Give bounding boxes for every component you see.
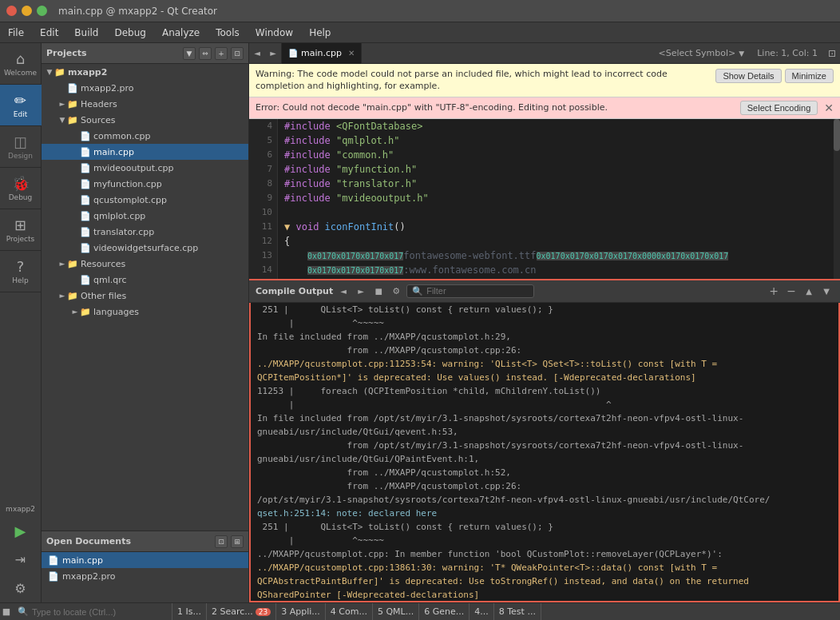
pro-file-icon: 📄 bbox=[67, 83, 78, 93]
show-details-btn[interactable]: Show Details bbox=[715, 69, 781, 83]
tree-item-qmlplot[interactable]: 📄 qmlplot.cpp bbox=[42, 208, 248, 224]
sidebar-edit-btn[interactable]: ✏ Edit bbox=[0, 85, 42, 126]
sidebar-help-btn[interactable]: ? Help bbox=[0, 251, 42, 292]
tree-item-languages[interactable]: ► 📁 languages bbox=[42, 304, 248, 320]
error-close-btn[interactable]: ✕ bbox=[824, 101, 834, 114]
code-line-14: 0x0170x0170x0170x017:www.fontawesome.com… bbox=[284, 263, 827, 277]
tree-item-mvideooutput[interactable]: 📄 mvideooutput.cpp bbox=[42, 160, 248, 176]
compile-filter-box[interactable]: 🔍 bbox=[406, 284, 534, 298]
tree-item-translator[interactable]: 📄 translator.cpp bbox=[42, 224, 248, 240]
menu-debug[interactable]: Debug bbox=[106, 24, 153, 42]
compile-remove-btn[interactable]: − bbox=[784, 284, 798, 298]
warning-text: Warning: The code model could not parse … bbox=[256, 68, 709, 93]
status-tab-3[interactable]: 3 Appli... bbox=[276, 603, 326, 621]
tree-item-myfunction[interactable]: 📄 myfunction.cpp bbox=[42, 176, 248, 192]
compile-line-20: ../MXAPP/qcustomplot.cpp:13861:30: warni… bbox=[251, 561, 838, 574]
status-search-input[interactable] bbox=[32, 607, 160, 617]
code-line-12: { bbox=[284, 234, 827, 248]
open-doc-mxapp2pro[interactable]: 📄 mxapp2.pro bbox=[42, 568, 248, 584]
status-tab-1[interactable]: 1 Is... bbox=[172, 603, 207, 621]
open-docs-title: Open Documents bbox=[46, 536, 212, 546]
open-docs-btn1[interactable]: ⊡ bbox=[215, 535, 228, 548]
compile-output-content[interactable]: 251 | QList<T> toList() const { return v… bbox=[249, 303, 840, 602]
tree-item-qcustomplot[interactable]: 📄 qcustomplot.cpp bbox=[42, 192, 248, 208]
compile-line-1: 251 | QList<T> toList() const { return v… bbox=[251, 303, 838, 316]
compile-collapse-btn[interactable]: ▼ bbox=[819, 284, 834, 298]
tree-item-resources[interactable]: ► 📁 Resources bbox=[42, 256, 248, 272]
debug-run-btn[interactable]: ▶ bbox=[0, 516, 42, 545]
compile-expand2-btn[interactable]: ▲ bbox=[802, 284, 816, 298]
editor-expand-btn[interactable]: ⊡ bbox=[824, 43, 840, 64]
status-tab-8[interactable]: 8 Test ... bbox=[494, 603, 541, 621]
select-encoding-btn[interactable]: Select Encoding bbox=[740, 101, 818, 115]
editor-scrollbar[interactable] bbox=[834, 119, 840, 279]
sidebar-debug-btn[interactable]: 🐞 Debug bbox=[0, 168, 42, 209]
menu-build[interactable]: Build bbox=[66, 24, 106, 42]
sidebar-welcome-btn[interactable]: ⌂ ⌂ Welcome bbox=[0, 43, 42, 85]
tree-label-sources: Sources bbox=[81, 115, 116, 125]
menu-analyze[interactable]: Analyze bbox=[154, 24, 208, 42]
minimize-btn[interactable]: Minimize bbox=[785, 69, 834, 83]
status-tab-2-badge: 23 bbox=[256, 608, 271, 616]
projects-icon: ⊞ bbox=[14, 217, 26, 233]
close-btn[interactable] bbox=[6, 6, 17, 16]
status-tab-2[interactable]: 2 Searc... 23 bbox=[207, 603, 276, 621]
editor-scrollbar-thumb[interactable] bbox=[834, 119, 840, 151]
tree-item-headers[interactable]: ► 📁 Headers bbox=[42, 96, 248, 112]
status-tab-6-label: 6 Gene... bbox=[424, 606, 464, 617]
tree-item-mxapp2pro[interactable]: 📄 mxapp2.pro bbox=[42, 80, 248, 96]
tab-close-btn[interactable]: ✕ bbox=[348, 49, 355, 58]
status-search-box[interactable]: 🔍 bbox=[13, 603, 172, 621]
tree-label-headers: Headers bbox=[81, 99, 117, 109]
sync-projects-btn[interactable]: ⇔ bbox=[199, 47, 212, 60]
status-tab-5[interactable]: 5 QML... bbox=[373, 603, 419, 621]
min-btn[interactable] bbox=[22, 6, 32, 16]
debug-step-btn[interactable]: ⇥ bbox=[0, 545, 42, 574]
run-icon: ▶ bbox=[15, 523, 26, 539]
tree-item-other-files[interactable]: ► 📁 Other files bbox=[42, 288, 248, 304]
status-tab-7[interactable]: 4... bbox=[470, 603, 494, 621]
menu-help[interactable]: Help bbox=[301, 24, 339, 42]
tree-item-qml-qrc[interactable]: 📄 qml.qrc bbox=[42, 272, 248, 288]
tree-item-main-cpp[interactable]: 📄 main.cpp bbox=[42, 144, 248, 160]
expand-projects-btn[interactable]: ⊡ bbox=[231, 47, 244, 60]
open-doc-main-cpp[interactable]: 📄 main.cpp bbox=[42, 552, 248, 568]
tree-item-mxapp2[interactable]: ▼ 📁 mxapp2 bbox=[42, 64, 248, 80]
compile-filter-input[interactable] bbox=[426, 286, 529, 296]
status-tab-6[interactable]: 6 Gene... bbox=[419, 603, 470, 621]
compile-stop-btn[interactable]: ■ bbox=[371, 284, 386, 298]
menu-edit[interactable]: Edit bbox=[32, 24, 66, 42]
status-tab-4[interactable]: 4 Com... bbox=[326, 603, 373, 621]
languages-icon: 📁 bbox=[80, 307, 91, 317]
sidebar-design-btn[interactable]: ◫ Design bbox=[0, 126, 42, 168]
sidebar-projects-btn[interactable]: ⊞ Projects bbox=[0, 209, 42, 251]
menu-tools[interactable]: Tools bbox=[208, 24, 248, 42]
code-line-11: ▼ void iconFontInit() bbox=[284, 220, 827, 234]
menu-window[interactable]: Window bbox=[248, 24, 301, 42]
symbol-selector[interactable]: <Select Symbol> ▼ bbox=[652, 48, 751, 58]
compile-line-2: | ^~~~~~ bbox=[251, 316, 838, 330]
tree-item-sources[interactable]: ▼ 📁 Sources bbox=[42, 112, 248, 128]
max-btn[interactable] bbox=[37, 6, 47, 16]
compile-add-btn[interactable]: + bbox=[767, 284, 781, 298]
open-docs-btn2[interactable]: ⊞ bbox=[231, 535, 244, 548]
compile-next-btn[interactable]: ► bbox=[354, 284, 368, 298]
compile-line-10: gnueabi/usr/include/QtGui/qevent.h:53, bbox=[251, 425, 838, 439]
tab-prev-btn[interactable]: ◄ bbox=[249, 43, 265, 64]
tab-main-cpp[interactable]: 📄 main.cpp ✕ bbox=[281, 43, 362, 64]
tab-next-btn[interactable]: ► bbox=[265, 43, 281, 64]
filter-projects-btn[interactable]: ▼ bbox=[183, 47, 196, 60]
code-content[interactable]: #include <QFontDatabase> #include "qmlpl… bbox=[278, 119, 834, 279]
compile-settings-btn[interactable]: ⚙ bbox=[389, 284, 403, 298]
compile-line-14: from ../MXAPP/qcustomplot.cpp:26: bbox=[251, 479, 838, 493]
open-docs-header: Open Documents ⊡ ⊞ bbox=[42, 531, 248, 552]
tree-item-videowidget[interactable]: 📄 videowidgetsurface.cpp bbox=[42, 240, 248, 256]
debug-settings-btn[interactable]: ⚙ bbox=[0, 574, 42, 602]
filter-icon: 🔍 bbox=[412, 286, 423, 296]
qcustomplot-icon: 📄 bbox=[80, 195, 91, 205]
tree-item-common-cpp[interactable]: 📄 common.cpp bbox=[42, 128, 248, 144]
edit-icon: ✏ bbox=[14, 92, 26, 109]
menu-file[interactable]: File bbox=[0, 24, 32, 42]
add-projects-btn[interactable]: + bbox=[215, 47, 228, 60]
compile-prev-btn[interactable]: ◄ bbox=[336, 284, 351, 298]
